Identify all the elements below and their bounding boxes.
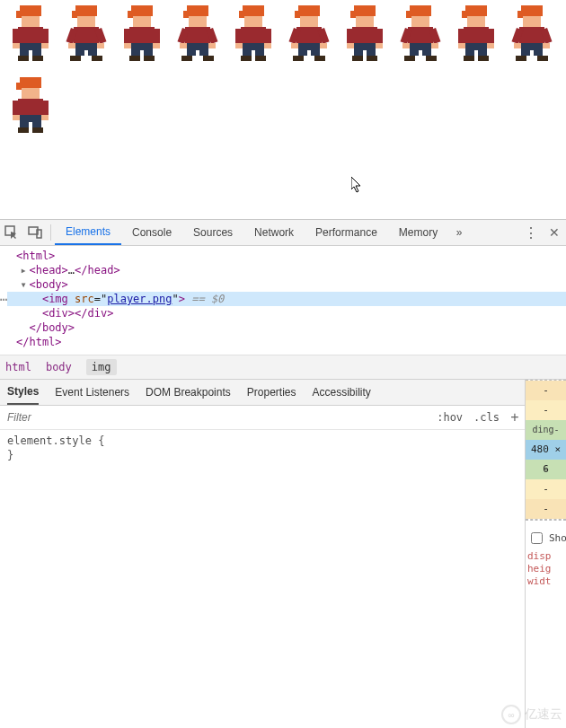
sprite-frame (343, 5, 386, 63)
hov-toggle[interactable]: :hov (431, 411, 468, 424)
cls-toggle[interactable]: .cls (468, 411, 505, 424)
mouse-cursor-icon (351, 177, 364, 193)
dom-line[interactable]: </body> (7, 320, 566, 335)
computed-column: - - ding- 480 × 6 - - - Sho dispheigwidt (526, 380, 566, 728)
box-model: - - ding- 480 × 6 - - - (526, 380, 566, 520)
devtools-tabbar: ElementsConsoleSourcesNetworkPerformance… (0, 220, 566, 246)
tab-memory[interactable]: Memory (388, 220, 448, 245)
box-model-content: 480 × 6 (526, 440, 566, 460)
style-rule-open: element.style { (7, 434, 517, 448)
subtab-accessibility[interactable]: Accessibility (312, 380, 370, 405)
sprite-frame (176, 5, 219, 63)
box-model-padding: ding- (526, 420, 566, 440)
dom-line[interactable]: <div></div> (7, 306, 566, 320)
dom-line[interactable]: <img src="player.png"> == $0 (7, 292, 566, 306)
sprite-frame (232, 5, 275, 63)
crumb-html[interactable]: html (5, 361, 31, 373)
crumb-img[interactable]: img (86, 359, 117, 375)
sprite-frame (9, 5, 52, 63)
tab-elements[interactable]: Elements (55, 220, 121, 245)
dom-line[interactable]: </html> (7, 335, 566, 349)
device-icon[interactable] (23, 220, 47, 245)
sprite-frame (65, 5, 108, 63)
show-all-toggle[interactable]: Sho (527, 526, 564, 550)
sprite-frame (120, 5, 164, 63)
box-model-margin: - (526, 381, 566, 400)
filter-input[interactable] (0, 411, 431, 424)
page-viewport (0, 0, 566, 219)
box-model-margin2: - (526, 499, 566, 519)
computed-property[interactable]: disp (527, 550, 564, 563)
sprite-frame (455, 5, 498, 63)
filter-row: :hov .cls + (0, 406, 525, 430)
tab-network[interactable]: Network (243, 220, 305, 245)
inspect-icon[interactable] (0, 220, 23, 245)
subtab-properties[interactable]: Properties (247, 380, 296, 405)
subtab-styles[interactable]: Styles (7, 380, 39, 405)
devtools-panel: ElementsConsoleSourcesNetworkPerformance… (0, 219, 566, 728)
box-model-padding2: - (526, 460, 566, 479)
dom-tree[interactable]: ⋯ <html> ▸<head>…</head> ▾<body> <img sr… (0, 246, 566, 355)
svg-marker-0 (351, 177, 360, 192)
computed-block: Sho dispheigwidt (526, 520, 566, 593)
lower-split: StylesEvent ListenersDOM BreakpointsProp… (0, 379, 566, 728)
new-style-rule-button[interactable]: + (505, 409, 525, 425)
menu-icon[interactable]: ⋮ (519, 220, 543, 245)
style-rule-close: } (7, 448, 517, 462)
divider (50, 224, 51, 241)
tab-performance[interactable]: Performance (305, 220, 388, 245)
sprite-frame (510, 5, 553, 63)
computed-property[interactable]: widt (527, 575, 564, 588)
styles-body[interactable]: element.style { } (0, 430, 525, 728)
dom-line[interactable]: ▾<body> (7, 277, 566, 292)
show-all-label: Sho (549, 532, 566, 544)
crumb-body[interactable]: body (46, 361, 72, 373)
tab-sources[interactable]: Sources (182, 220, 243, 245)
show-all-checkbox[interactable] (531, 532, 543, 544)
box-model-border2: - (526, 479, 566, 499)
sprite-frame (287, 5, 331, 63)
tabs-overflow-icon[interactable]: » (448, 226, 470, 239)
sprite-frame (9, 77, 52, 135)
subtabs: StylesEvent ListenersDOM BreakpointsProp… (0, 380, 525, 406)
svg-rect-4 (37, 230, 41, 238)
tabs: ElementsConsoleSourcesNetworkPerformance… (55, 220, 448, 245)
subtab-event-listeners[interactable]: Event Listeners (55, 380, 129, 405)
box-model-border: - (526, 400, 566, 420)
line-actions-icon[interactable]: ⋯ (0, 292, 7, 306)
dom-line[interactable]: <html> (7, 249, 566, 263)
svg-marker-2 (11, 232, 16, 239)
subtab-dom-breakpoints[interactable]: DOM Breakpoints (146, 380, 231, 405)
dom-line[interactable]: ▸<head>…</head> (7, 263, 566, 277)
sprite-frame (399, 5, 442, 63)
breadcrumb: htmlbodyimg (0, 355, 566, 379)
close-icon[interactable]: ✕ (543, 220, 566, 245)
styles-column: StylesEvent ListenersDOM BreakpointsProp… (0, 380, 526, 728)
tab-console[interactable]: Console (121, 220, 182, 245)
computed-property[interactable]: heig (527, 563, 564, 575)
